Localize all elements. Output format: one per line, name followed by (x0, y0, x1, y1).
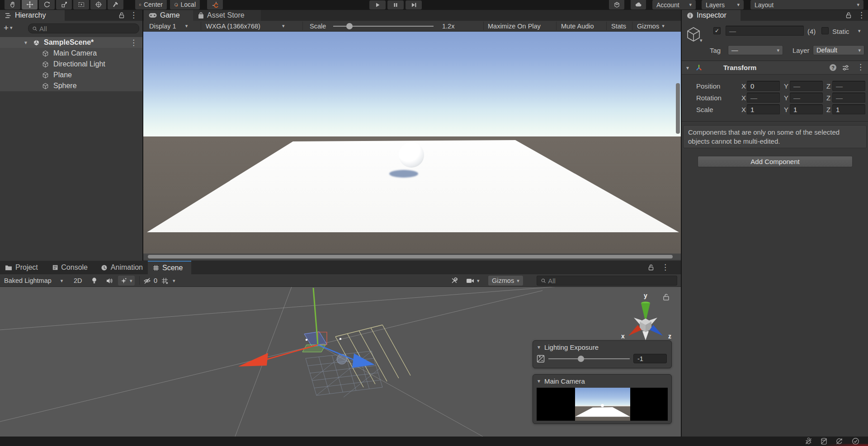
scale-x-field[interactable]: 1 (747, 104, 780, 114)
scale-slider-thumb[interactable] (346, 23, 353, 29)
foldout-arrow-icon[interactable]: ▼ (685, 66, 690, 70)
tab-inspector[interactable]: Inspector (682, 10, 741, 21)
hierarchy-row-directional-light[interactable]: Directional Light (0, 59, 142, 70)
tools-wrench-icon (451, 277, 458, 284)
position-x-field[interactable]: 0 (747, 81, 780, 91)
help-icon[interactable]: ? (830, 64, 836, 71)
name-field[interactable]: — (726, 26, 804, 36)
hand-tool-button[interactable] (5, 0, 20, 9)
exposure-slider-thumb[interactable] (578, 356, 584, 362)
tab-scene[interactable]: Scene (148, 261, 191, 274)
presets-icon[interactable] (842, 65, 849, 71)
exposure-slider[interactable] (548, 355, 630, 362)
rotate-tool-button[interactable] (39, 0, 55, 9)
maximize-on-play-button[interactable]: Maximize On Play (485, 21, 543, 31)
game-viewport[interactable] (143, 32, 681, 260)
foldout-arrow-icon[interactable]: ▼ (537, 379, 541, 384)
custom-tool-button[interactable] (108, 0, 123, 9)
static-checkbox[interactable] (821, 27, 829, 34)
game-object-icon-large[interactable] (685, 26, 702, 42)
resolution-dropdown[interactable]: WXGA (1366x768) ▾ (203, 21, 287, 31)
icon-picker-arrow[interactable]: ▾ (700, 38, 703, 43)
game-horizontal-scrollbar-track[interactable] (143, 254, 681, 260)
chevron-down-icon[interactable]: ▾ (477, 278, 480, 283)
hierarchy-lock-button[interactable] (118, 12, 125, 19)
pivot-center-button[interactable]: Center (135, 0, 167, 9)
hierarchy-row-scene[interactable]: ▼ SampleScene* ⋮ (0, 37, 142, 48)
shading-mode-dropdown[interactable]: Baked Lightmap ▾ (2, 276, 65, 286)
tab-console[interactable]: Console (47, 261, 93, 274)
game-horizontal-scrollbar-thumb[interactable] (148, 255, 673, 258)
account-dropdown[interactable]: Account▾ (652, 0, 696, 9)
tab-hierarchy[interactable]: Hierarchy (0, 10, 65, 21)
scene-effects-button[interactable]: ▾ (118, 276, 135, 286)
move-tool-button[interactable] (22, 0, 38, 9)
chevron-down-icon[interactable]: ▾ (173, 278, 175, 283)
mute-audio-button[interactable]: Mute Audio (558, 21, 597, 31)
scene-menu-button[interactable]: ⋮ (130, 39, 137, 47)
pause-button[interactable] (387, 0, 404, 9)
add-component-button[interactable]: Add Component (698, 156, 853, 167)
stats-button[interactable]: Stats (609, 21, 629, 31)
exposure-value-field[interactable]: -1 (633, 354, 667, 363)
inspector-menu-button[interactable]: ⋮ (858, 11, 865, 19)
transform-header[interactable]: ▼ Transform ? ⋮ (682, 61, 868, 75)
tab-asset-store[interactable]: Asset Store (193, 10, 261, 21)
rotation-z-field[interactable]: — (832, 93, 865, 103)
hierarchy-search[interactable] (28, 23, 139, 33)
game-vertical-scrollbar[interactable] (676, 83, 680, 134)
scene-lock-button[interactable] (648, 264, 654, 271)
step-button[interactable] (406, 0, 422, 9)
scene-panel-menu-button[interactable]: ⋮ (661, 263, 669, 271)
scene-search-input[interactable] (548, 277, 673, 285)
hierarchy-row-plane[interactable]: Plane (0, 70, 142, 80)
scene-search[interactable] (537, 276, 677, 286)
chevron-down-icon[interactable]: ▾ (130, 278, 132, 283)
scene-grid-snap-button[interactable]: ▾ (159, 276, 178, 286)
foldout-arrow-icon[interactable]: ▼ (24, 40, 28, 45)
display-dropdown[interactable]: Display 1 ▾ (146, 21, 190, 31)
scale-z-field[interactable]: 1 (832, 104, 865, 114)
tab-project[interactable]: Project (0, 261, 45, 274)
pivot-local-button[interactable]: Local (170, 0, 200, 9)
layers-dropdown[interactable]: Layers▾ (702, 0, 744, 9)
version-control-button[interactable] (609, 0, 624, 9)
tab-animation[interactable]: Animation (96, 261, 148, 274)
lock-open-icon (648, 264, 654, 271)
hierarchy-row-sphere[interactable]: Sphere (0, 80, 142, 91)
scale-y-field[interactable]: 1 (790, 104, 823, 114)
scene-viewport[interactable]: y x z ▼ Lighting Exposure (0, 287, 681, 437)
active-checkbox[interactable]: ✓ (713, 27, 721, 34)
play-button[interactable] (369, 0, 386, 9)
rotation-y-field[interactable]: — (790, 93, 823, 103)
tag-dropdown[interactable]: —▾ (728, 45, 783, 55)
layer-dropdown[interactable]: Default▾ (813, 45, 864, 55)
scene-tools-button[interactable] (448, 276, 460, 286)
snap-settings-button[interactable] (207, 0, 223, 9)
2d-toggle-button[interactable]: 2D (71, 276, 85, 286)
scene-lighting-button[interactable] (89, 276, 100, 286)
hidden-objects-button[interactable]: 0 (141, 276, 160, 286)
scale-tool-button[interactable] (56, 0, 72, 9)
hierarchy-create-button[interactable]: + ▾ (4, 23, 13, 32)
scene-audio-button[interactable] (104, 276, 115, 286)
static-flags-arrow[interactable]: ▾ (858, 28, 861, 33)
scene-camera-settings-button[interactable]: ▾ (464, 276, 482, 286)
hierarchy-menu-button[interactable]: ⋮ (130, 11, 137, 19)
position-z-field[interactable]: — (832, 81, 865, 91)
transform-menu-button[interactable]: ⋮ (857, 63, 864, 71)
scene-gizmos-dropdown[interactable]: Gizmos ▾ (488, 276, 523, 286)
layout-dropdown[interactable]: Layout▾ (750, 0, 863, 9)
position-y-field[interactable]: — (790, 81, 823, 91)
hierarchy-search-input[interactable] (39, 25, 135, 33)
rotation-x-field[interactable]: — (747, 93, 780, 103)
cloud-services-button[interactable] (631, 0, 646, 9)
game-gizmos-dropdown[interactable]: Gizmos ▾ (634, 21, 667, 31)
transform-tool-button[interactable] (90, 0, 106, 9)
rect-tool-button[interactable] (73, 0, 89, 9)
inspector-lock-button[interactable] (845, 12, 852, 19)
tab-game[interactable]: Game (144, 10, 193, 21)
hierarchy-row-main-camera[interactable]: Main Camera (0, 48, 142, 59)
scene-orientation-gizmo[interactable]: y x z (618, 291, 675, 344)
foldout-arrow-icon[interactable]: ▼ (537, 345, 541, 350)
